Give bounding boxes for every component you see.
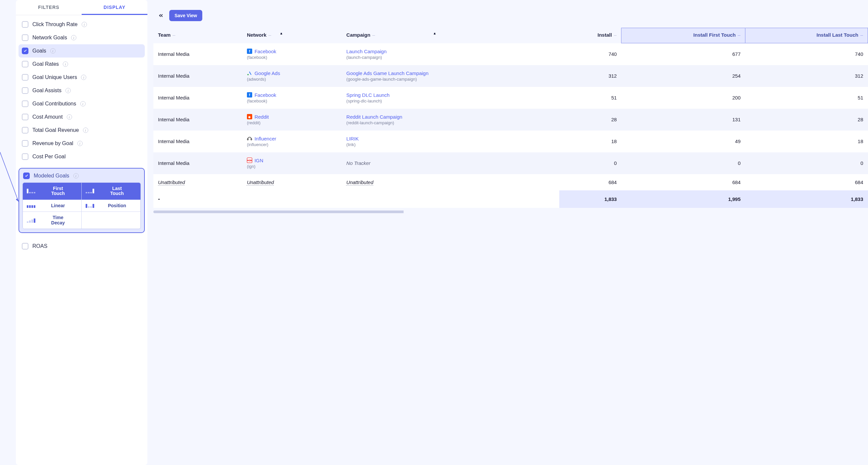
col-install-last-touch[interactable]: Install Last Touch– — [745, 28, 868, 43]
checkbox-roas[interactable] — [22, 243, 28, 250]
model-time-decay[interactable]: TimeDecay — [23, 212, 82, 229]
checkbox[interactable] — [22, 74, 28, 81]
option-label: Goal Contributions — [32, 101, 76, 107]
horizontal-scrollbar[interactable] — [153, 211, 868, 213]
checkbox[interactable] — [22, 100, 28, 107]
save-view-button[interactable]: Save View — [169, 10, 202, 21]
cell-team: Internal Media — [153, 43, 242, 65]
data-table: Team– Network– Campaign– Install– — [153, 28, 868, 208]
info-icon[interactable]: i — [83, 128, 88, 133]
info-icon[interactable]: i — [67, 114, 72, 120]
cell-team: Unattributed — [153, 174, 242, 190]
info-icon[interactable]: i — [63, 61, 68, 67]
option-click-through-rate[interactable]: Click Through Ratei — [19, 18, 145, 31]
svg-rect-7 — [251, 139, 252, 140]
network-link[interactable]: Influencer — [254, 136, 276, 142]
cell-campaign: Spring DLC Launch(spring-dlc-launch) — [342, 87, 559, 109]
model-first-touch[interactable]: FirstTouch — [23, 183, 82, 200]
campaign-link[interactable]: LIRIK — [346, 136, 555, 142]
option-label: Cost Per Goal — [32, 154, 65, 160]
network-link[interactable]: Google Ads — [254, 70, 280, 76]
checkbox[interactable] — [22, 21, 28, 28]
cell-first: 200 — [621, 87, 745, 109]
tab-filters[interactable]: FILTERS — [16, 0, 82, 15]
option-cost-amount[interactable]: Cost Amounti — [19, 111, 145, 124]
model-position[interactable]: Position — [82, 200, 141, 212]
info-icon[interactable]: i — [65, 88, 71, 93]
cell-first: 254 — [621, 65, 745, 87]
option-goal-rates[interactable]: Goal Ratesi — [19, 58, 145, 71]
cell-network: Reddit(reddit) — [242, 109, 342, 130]
model-linear[interactable]: Linear — [23, 200, 82, 212]
info-icon[interactable]: i — [80, 101, 86, 106]
campaign-link[interactable]: Reddit Launch Campaign — [346, 114, 555, 120]
cell-install: 18 — [559, 130, 621, 152]
network-link[interactable]: Facebook — [254, 92, 276, 98]
table-row: Internal MediaGoogle Ads(adwords)Google … — [153, 65, 868, 87]
info-icon[interactable]: i — [82, 22, 87, 27]
option-label: Goal Assists — [32, 88, 61, 94]
option-total-goal-revenue[interactable]: Total Goal Revenuei — [19, 124, 145, 137]
model-label: LastTouch — [97, 186, 136, 196]
option-network-goals[interactable]: Network Goalsi — [19, 31, 145, 44]
option-goals[interactable]: Goalsi — [19, 44, 145, 58]
cell-last: 740 — [745, 43, 868, 65]
col-team[interactable]: Team– — [153, 28, 242, 43]
collapse-sidebar-button[interactable] — [157, 11, 165, 20]
attribution-bars-icon — [27, 189, 36, 193]
model-last-touch[interactable]: LastTouch — [82, 183, 141, 200]
checkbox[interactable] — [22, 87, 28, 94]
table-row: Internal MediafFacebook(facebook)Spring … — [153, 87, 868, 109]
info-icon[interactable]: i — [81, 75, 86, 80]
option-revenue-by-goal[interactable]: Revenue by Goali — [19, 137, 145, 150]
col-network[interactable]: Network– — [242, 28, 342, 43]
network-link[interactable]: Reddit — [254, 114, 269, 120]
info-icon[interactable]: i — [73, 173, 79, 179]
table-wrap[interactable]: Team– Network– Campaign– Install– — [153, 28, 868, 213]
cell-install: 28 — [559, 109, 621, 130]
checkbox[interactable] — [22, 61, 28, 67]
checkbox[interactable] — [22, 48, 28, 54]
checkbox[interactable] — [22, 34, 28, 41]
cell-team: Internal Media — [153, 65, 242, 87]
cell-install: 312 — [559, 65, 621, 87]
option-roas[interactable]: ROAS — [19, 240, 145, 253]
campaign-slug: (launch-campaign) — [346, 55, 555, 60]
network-link[interactable]: Facebook — [254, 49, 276, 54]
modeled-goals-header[interactable]: Modeled Goals i — [23, 172, 141, 182]
option-cost-per-goal[interactable]: Cost Per Goal — [19, 150, 145, 163]
checkbox-modeled-goals[interactable] — [23, 173, 30, 179]
cell-network: fFacebook(facebook) — [242, 87, 342, 109]
cell-install: 684 — [559, 174, 621, 190]
col-install-first-touch[interactable]: Install First Touch– — [621, 28, 745, 43]
pin-icon[interactable] — [279, 32, 283, 38]
info-icon[interactable]: i — [71, 35, 76, 40]
cell-first: 0 — [621, 152, 745, 174]
option-goal-unique-users[interactable]: Goal Unique Usersi — [19, 71, 145, 84]
ign-icon: +IGN — [247, 158, 252, 163]
cell-last: 51 — [745, 87, 868, 109]
option-goal-contributions[interactable]: Goal Contributionsi — [19, 97, 145, 111]
info-icon[interactable]: i — [78, 141, 83, 146]
checkbox[interactable] — [22, 114, 28, 120]
campaign-link[interactable]: Google Ads Game Launch Campaign — [346, 70, 555, 76]
col-install[interactable]: Install– — [559, 28, 621, 43]
table-row: Internal MediaInfluencer(influencer)LIRI… — [153, 130, 868, 152]
option-goal-assists[interactable]: Goal Assistsi — [19, 84, 145, 97]
totals-row: -1,8331,9951,833 — [153, 190, 868, 208]
campaign-link[interactable]: Spring DLC Launch — [346, 92, 555, 98]
checkbox[interactable] — [22, 127, 28, 133]
totals-first: 1,995 — [621, 190, 745, 208]
network-link[interactable]: IGN — [254, 158, 264, 163]
option-label: Goals — [32, 48, 46, 54]
col-campaign[interactable]: Campaign– — [342, 28, 559, 43]
cell-install: 740 — [559, 43, 621, 65]
cell-last: 18 — [745, 130, 868, 152]
campaign-link[interactable]: Launch Campaign — [346, 49, 555, 54]
tab-display[interactable]: DISPLAY — [82, 0, 148, 15]
checkbox[interactable] — [22, 153, 28, 160]
cell-network: fFacebook(facebook) — [242, 43, 342, 65]
pin-icon[interactable] — [433, 32, 437, 38]
checkbox[interactable] — [22, 140, 28, 147]
info-icon[interactable]: i — [50, 48, 56, 54]
